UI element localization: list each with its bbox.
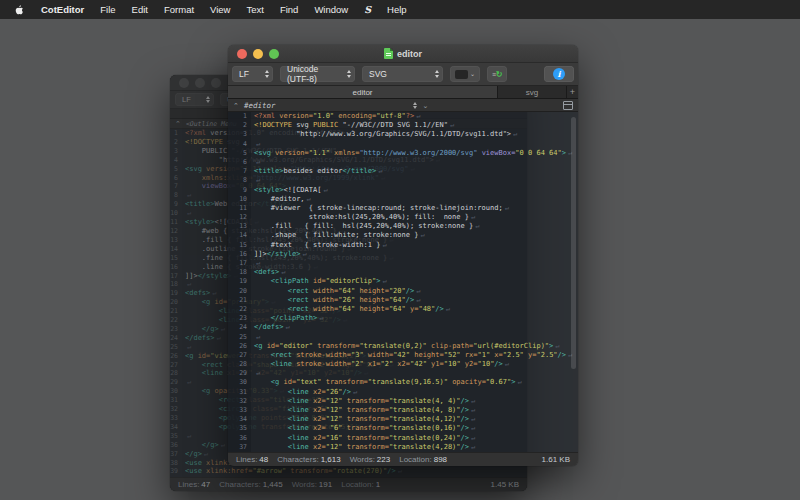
status-characters: Characters:1,445: [219, 480, 282, 489]
outline-stepper[interactable]: [413, 102, 417, 109]
line-number: 16: [170, 263, 178, 272]
coteditor-window-editor[interactable]: editor LFUnicode (UTF-8)SVG ⌄ ≡ ↻ i + ed…: [228, 45, 578, 466]
newline-invisible-glyph: ↵: [469, 424, 475, 432]
line-number: 19: [228, 277, 247, 286]
applescript-menu-icon[interactable]: S: [364, 4, 371, 15]
newline-invisible-glyph: ↵: [219, 325, 225, 333]
minimize-button[interactable]: [195, 78, 205, 88]
line-number: 15: [228, 241, 247, 250]
code-line: <title>besides editor</title>↵: [254, 167, 578, 176]
split-editor-icon[interactable]: [563, 101, 573, 110]
menu-edit[interactable]: Edit: [132, 4, 148, 15]
outline-menu-label[interactable]: #editor: [244, 101, 276, 110]
tab-editor[interactable]: editor: [228, 86, 498, 98]
line-number: 17: [170, 272, 178, 281]
newline-invisible-glyph: ↵: [469, 434, 475, 442]
vertical-scrollbar-thumb[interactable]: [571, 117, 576, 369]
zoom-button[interactable]: [211, 78, 221, 88]
menu-file[interactable]: File: [100, 4, 115, 15]
popup-unicode-utf-8-[interactable]: Unicode (UTF-8): [280, 66, 355, 82]
menu-find[interactable]: Find: [280, 4, 298, 15]
line-number-gutter: 1234567891011121314151617181920212223242…: [228, 112, 251, 452]
code-line: <rect stroke-width="3" width="42" height…: [254, 351, 578, 360]
line-number: 2: [228, 121, 247, 130]
line-number: 26: [228, 342, 247, 351]
newline-invisible-glyph: ↵: [469, 415, 475, 423]
code-text[interactable]: <?xml version="1.0" encoding="utf-8"?>↵<…: [251, 112, 578, 452]
code-line: <line x2="12" transform="translate(4,12)…: [254, 415, 578, 424]
code-line: <svg version="1.1" xmlns="http://www.w3.…: [254, 149, 578, 158]
chevron-up-icon[interactable]: ⌃: [233, 102, 239, 109]
minimize-button[interactable]: [253, 49, 263, 59]
inspector-toggle-button[interactable]: i: [544, 66, 574, 82]
line-number: 34: [170, 423, 178, 432]
line-number: 36: [228, 434, 247, 443]
status-location: Location:1: [341, 480, 380, 489]
menu-app-coteditor[interactable]: CotEditor: [41, 4, 84, 15]
code-line: <g id="editor" transform="translate(0,2)…: [254, 342, 578, 351]
code-line: <rect width="64" height="20"/>↵: [254, 287, 578, 296]
newline-invisible-glyph: ↵: [414, 112, 420, 120]
code-line: .shape { fill:white; stroke:none }↵: [254, 231, 578, 240]
zoom-button[interactable]: [269, 49, 279, 59]
line-number: 38: [170, 459, 178, 468]
newline-invisible-glyph: ↵: [317, 314, 323, 322]
newline-invisible-glyph: ↵: [215, 334, 221, 342]
newline-invisible-glyph: ↵: [351, 388, 357, 396]
newline-invisible-glyph: ↵: [418, 231, 424, 239]
status-lines: Lines:47: [178, 480, 210, 489]
newline-invisible-glyph: ↵: [185, 191, 191, 199]
line-number: 28: [228, 360, 247, 369]
line-number: 33: [228, 406, 247, 415]
newline-invisible-glyph: ↵: [254, 158, 260, 166]
status-words: Words:223: [350, 455, 391, 464]
menu-help[interactable]: Help: [387, 4, 407, 15]
line-number: 5: [170, 165, 178, 174]
newline-invisible-glyph: ↵: [210, 289, 216, 297]
refresh-icon: ↻: [496, 70, 503, 79]
file-size: 1.61 KB: [542, 455, 570, 464]
code-line: ↵: [254, 259, 578, 268]
newline-invisible-glyph: ↵: [380, 241, 386, 249]
line-number: 31: [170, 396, 178, 405]
file-size: 1.45 KB: [491, 480, 519, 489]
line-number: 37: [170, 450, 178, 459]
editor-area[interactable]: 1234567891011121314151617181920212223242…: [228, 112, 578, 452]
code-line: ↵: [254, 369, 578, 378]
tab-svg[interactable]: svg: [498, 86, 567, 98]
chevron-down-icon[interactable]: ⌄: [422, 102, 428, 109]
popup-svg[interactable]: SVG: [362, 66, 443, 82]
close-button[interactable]: [179, 78, 189, 88]
line-number: 21: [228, 296, 247, 305]
menu-text[interactable]: Text: [246, 4, 263, 15]
line-number: 20: [228, 287, 247, 296]
line-number: 28: [170, 369, 178, 378]
newline-invisible-glyph: ↵: [219, 441, 225, 449]
code-line: <line x2="12" transform="translate(4, 8)…: [254, 406, 578, 415]
substitutions-button[interactable]: ≡ ↻: [487, 66, 507, 82]
line-number: 8: [228, 176, 247, 185]
traffic-lights: [237, 49, 279, 59]
popup-lf[interactable]: LF: [232, 66, 273, 82]
appearance-menu-button[interactable]: ⌄: [450, 66, 480, 82]
menu-window[interactable]: Window: [314, 4, 348, 15]
chevron-up-icon[interactable]: ⌃: [175, 120, 181, 127]
line-number: 35: [228, 424, 247, 433]
close-button[interactable]: [237, 49, 247, 59]
line-number: 22: [170, 316, 178, 325]
line-number: 18: [170, 280, 178, 289]
apple-menu-icon[interactable]: [14, 4, 25, 16]
line-number: 19: [170, 289, 178, 298]
menu-format[interactable]: Format: [164, 4, 194, 15]
line-number: 23: [170, 325, 178, 334]
dark-swatch-icon: [455, 70, 468, 79]
line-number: 14: [228, 231, 247, 240]
popup-lf[interactable]: LF: [175, 93, 214, 106]
newline-invisible-glyph: ↵: [469, 213, 475, 221]
titlebar[interactable]: editor: [228, 45, 578, 63]
menu-view[interactable]: View: [210, 4, 230, 15]
line-number: 6: [170, 174, 178, 183]
line-number: 13: [228, 222, 247, 231]
code-line: <line x2="16" transform="translate(0,24)…: [254, 434, 578, 443]
new-tab-button[interactable]: +: [567, 86, 578, 98]
